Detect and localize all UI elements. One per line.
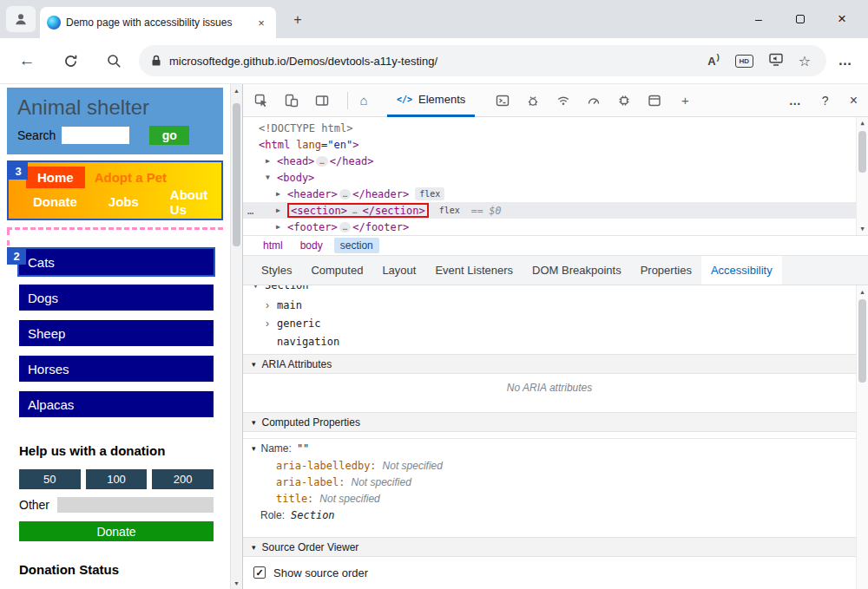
nav-link-about[interactable]: About Us [170, 187, 221, 217]
devtools-more-button[interactable]: … [789, 94, 801, 108]
dom-node-head[interactable]: ▶<head>…</head> [243, 153, 856, 169]
nav-link-donate[interactable]: Donate [33, 194, 77, 209]
amount-button-50[interactable]: 50 [19, 469, 81, 489]
tab-issues[interactable] [526, 94, 540, 108]
donate-button[interactable]: Donate [19, 521, 214, 541]
tab-dom-breakpoints[interactable]: DOM Breakpoints [523, 256, 631, 285]
flex-badge[interactable]: flex [435, 204, 464, 217]
nav-link-jobs[interactable]: Jobs [108, 194, 139, 209]
tab-network[interactable] [556, 94, 570, 108]
ax-node-generic[interactable]: ›generic [243, 314, 856, 332]
favorites-star-icon[interactable]: ☆ [799, 53, 811, 69]
flex-badge[interactable]: flex [415, 187, 444, 200]
scroll-up-icon[interactable]: ▲ [857, 117, 868, 129]
more-tabs-button[interactable]: + [678, 94, 692, 108]
tab-accessibility[interactable]: Accessibility [701, 256, 782, 285]
tab-memory[interactable] [617, 94, 631, 108]
tab-performance[interactable] [587, 94, 601, 108]
computed-name-row[interactable]: ▾ Name: "" [243, 438, 856, 457]
search-button[interactable] [104, 54, 123, 69]
dom-node-body[interactable]: ▼<body> [243, 169, 856, 186]
collapsed-content-icon[interactable]: … [316, 156, 327, 167]
dock-side-button[interactable] [315, 94, 329, 108]
dom-node-doctype[interactable]: <!DOCTYPE html> [243, 120, 856, 136]
breadcrumb-body[interactable]: body [294, 238, 329, 253]
read-aloud-icon[interactable]: A) [707, 55, 719, 68]
nav-link-adopt[interactable]: Adopt a Pet [95, 170, 167, 185]
breadcrumb-html[interactable]: html [257, 238, 289, 253]
refresh-button[interactable] [61, 54, 80, 69]
tab-event-listeners[interactable]: Event Listeners [425, 256, 523, 285]
window-maximize-button[interactable] [779, 0, 821, 38]
hd-icon[interactable]: HD [735, 55, 753, 68]
source-order-viewer-header[interactable]: ▾Source Order Viewer [243, 537, 856, 557]
show-source-order-checkbox[interactable]: ✓ [253, 566, 266, 579]
nav-link-home[interactable]: Home [26, 167, 85, 188]
accessibility-scrollbar[interactable]: ▲ [856, 285, 868, 589]
scroll-down-icon[interactable]: ▼ [857, 223, 868, 235]
profile-avatar[interactable] [6, 6, 36, 32]
welcome-home-tab[interactable]: ⌂ [357, 94, 371, 108]
browser-tab[interactable]: Demo page with accessibility issues × [40, 7, 276, 38]
tab-styles[interactable]: Styles [252, 256, 301, 285]
window-minimize-button[interactable]: – [738, 0, 779, 38]
device-emulation-button[interactable] [285, 94, 299, 108]
address-bar[interactable]: microsoftedge.github.io/Demos/devtools-a… [139, 45, 826, 76]
search-go-button[interactable]: go [149, 126, 189, 145]
inspect-button[interactable] [254, 94, 268, 108]
amount-button-100[interactable]: 100 [86, 469, 148, 489]
collapsed-content-icon[interactable]: … [339, 222, 351, 232]
dollar-zero-hint: == $0 [471, 205, 502, 217]
animal-button-sheep[interactable]: Sheep [19, 320, 214, 346]
tab-console[interactable] [496, 94, 510, 108]
tab-close-icon[interactable]: × [253, 16, 269, 29]
expand-icon: ▶ [266, 157, 277, 165]
scroll-up-icon[interactable]: ▲ [857, 285, 868, 298]
browser-sound-icon[interactable] [769, 53, 783, 69]
scroll-down-icon[interactable]: ▼ [231, 577, 242, 589]
other-amount-input[interactable] [57, 497, 214, 513]
collapsed-content-icon[interactable]: … [349, 206, 360, 216]
collapsed-content-icon[interactable]: … [339, 189, 351, 200]
ax-node-main[interactable]: ›main [243, 296, 856, 314]
ax-node-navigation[interactable]: navigation [243, 332, 856, 350]
devtools-close-button[interactable]: × [850, 93, 858, 108]
site-search-input[interactable] [62, 127, 129, 144]
tab-elements[interactable]: </> Elements [387, 84, 475, 117]
dom-tree-scrollbar[interactable]: ▲ ▼ [856, 117, 868, 235]
dom-scrollbar-thumb[interactable] [858, 131, 866, 173]
dom-node-header[interactable]: ▶<header>…</header>flex [243, 186, 856, 202]
url-text[interactable]: microsoftedge.github.io/Demos/devtools-a… [169, 55, 707, 68]
tab-application[interactable] [648, 94, 661, 108]
tab-layout[interactable]: Layout [372, 256, 425, 285]
collapse-icon: ▾ [252, 543, 256, 552]
page-scrollbar[interactable]: ▲ ▼ [230, 84, 242, 589]
animal-button-horses[interactable]: Horses [19, 356, 214, 382]
settings-more-button[interactable]: … [833, 53, 858, 69]
window-close-button[interactable]: × [821, 0, 863, 38]
dom-node-footer[interactable]: ▶<footer>…</footer> [243, 219, 856, 235]
accessibility-scrollbar-thumb[interactable] [858, 299, 866, 383]
dom-node-section-selected[interactable]: … ▶ <section>…</section> flex == $0 [243, 202, 856, 219]
scroll-up-icon[interactable]: ▲ [231, 84, 242, 96]
animal-button-dogs[interactable]: Dogs [19, 285, 214, 311]
computed-properties-header[interactable]: ▾Computed Properties [243, 412, 856, 432]
tab-properties[interactable]: Properties [631, 256, 701, 285]
page-scrollbar-thumb[interactable] [233, 103, 240, 246]
tab-computed[interactable]: Computed [301, 256, 372, 285]
back-button[interactable]: ← [17, 51, 36, 70]
memory-chip-icon [617, 94, 631, 108]
ax-node-section[interactable]: ▼Section [253, 285, 309, 293]
devtools-help-button[interactable]: ? [822, 94, 829, 108]
maximize-icon [796, 15, 805, 23]
animal-button-cats[interactable]: Cats [19, 249, 214, 275]
amount-button-200[interactable]: 200 [152, 469, 214, 489]
collapse-icon: ▾ [252, 360, 256, 369]
breadcrumb-section[interactable]: section [334, 238, 379, 253]
animal-button-alpacas[interactable]: Alpacas [19, 391, 214, 417]
dashed-divider-stub [7, 230, 10, 245]
aria-attributes-header[interactable]: ▾ARIA Attributes [243, 354, 856, 374]
new-tab-button[interactable]: + [288, 10, 307, 29]
node-menu-icon[interactable]: … [247, 205, 254, 217]
dom-node-html[interactable]: <htmllang="en"> [243, 136, 856, 153]
